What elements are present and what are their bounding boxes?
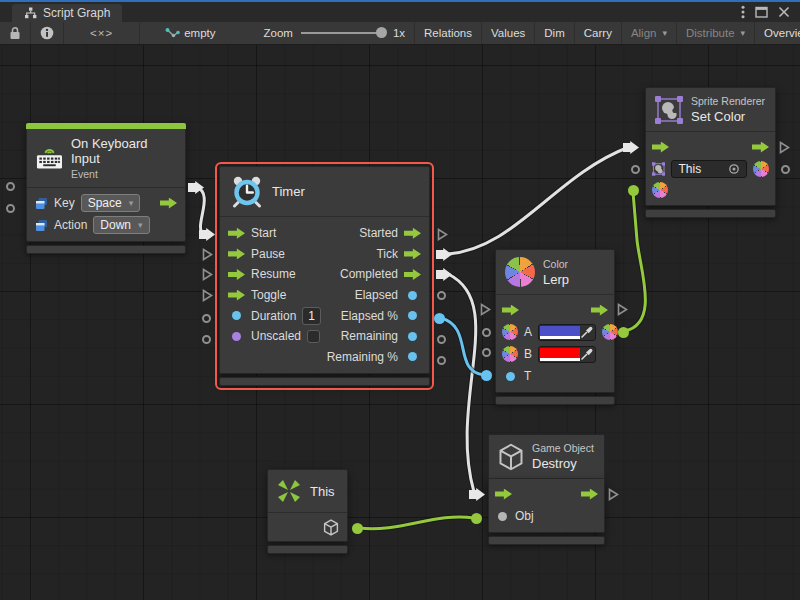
node-on-keyboard-input[interactable]: On Keyboard Input Event Key Space — [26, 123, 186, 254]
eyedropper-icon[interactable] — [580, 348, 594, 361]
node-footer — [645, 209, 776, 218]
color-wheel-icon — [502, 324, 518, 340]
port-setcolor-target-input[interactable] — [631, 165, 640, 174]
unscaled-checkbox[interactable] — [307, 330, 320, 343]
port-timer-elapsed-output[interactable] — [437, 291, 446, 300]
node-this[interactable]: This — [267, 469, 348, 554]
this-icon — [276, 478, 302, 504]
port-label-elapsed: Elapsed — [355, 288, 398, 302]
port-label-completed: Completed — [340, 267, 398, 281]
port-lerp-t-input[interactable] — [481, 370, 492, 381]
port-timer-remaining-output[interactable] — [437, 335, 446, 344]
flow-input-arrow-icon — [228, 248, 245, 259]
flow-input-arrow-icon — [502, 305, 519, 316]
node-category: Color — [543, 258, 569, 270]
align-label: Align — [631, 27, 657, 39]
lock-button[interactable] — [0, 22, 31, 44]
port-lerp-result-output[interactable] — [618, 327, 629, 338]
port-keyboard-key-input[interactable] — [6, 182, 15, 191]
tab-label: Script Graph — [43, 6, 110, 20]
port-label-unscaled: Unscaled — [251, 329, 301, 343]
value-port-icon — [498, 512, 507, 521]
code-preview-button[interactable]: <×> — [64, 22, 140, 44]
port-timer-elapsedpct-output[interactable] — [434, 313, 445, 324]
flow-output-arrow-icon — [404, 248, 421, 259]
dim-label: Dim — [544, 27, 564, 39]
target-object-field[interactable]: This — [671, 160, 747, 178]
relations-button[interactable]: Relations — [414, 22, 482, 44]
cube-icon — [498, 443, 524, 471]
dim-button[interactable]: Dim — [535, 22, 574, 44]
values-button[interactable]: Values — [482, 22, 535, 44]
port-timer-remainingpct-output[interactable] — [437, 356, 446, 365]
node-footer — [267, 545, 348, 554]
port-label-resume: Resume — [251, 267, 296, 281]
zoom-control: Zoom 1x — [254, 22, 414, 44]
flow-input-arrow-icon — [228, 290, 245, 301]
flow-output-arrow-icon — [404, 228, 421, 239]
port-lerp-a-input[interactable] — [482, 328, 491, 337]
port-this-output[interactable] — [352, 523, 363, 534]
carry-button[interactable]: Carry — [575, 22, 622, 44]
port-setcolor-value-output[interactable] — [781, 165, 790, 174]
node-footer — [488, 536, 605, 545]
target-icon[interactable] — [728, 163, 740, 175]
node-set-color[interactable]: Sprite Renderer Set Color — [645, 87, 776, 218]
port-timer-unscaled-input[interactable] — [202, 335, 211, 344]
keyboard-icon — [36, 147, 63, 170]
zoom-slider[interactable] — [301, 32, 385, 34]
sprite-renderer-icon — [655, 96, 683, 124]
port-setcolor-color-input[interactable] — [628, 185, 639, 196]
color-b-field[interactable] — [538, 346, 596, 363]
color-a-swatch[interactable] — [540, 326, 580, 339]
color-wheel-icon — [602, 324, 618, 340]
tab-script-graph[interactable]: Script Graph — [12, 4, 122, 22]
duration-input[interactable]: 1 — [302, 307, 321, 325]
node-color-lerp[interactable]: Color Lerp A — [495, 249, 615, 405]
key-dropdown[interactable]: Space ▾ — [81, 194, 141, 212]
port-lerp-flow-output[interactable] — [617, 303, 628, 316]
value-port-icon — [232, 332, 241, 341]
flow-output-arrow-icon — [404, 269, 421, 280]
maximize-icon[interactable] — [755, 6, 768, 18]
node-destroy[interactable]: Game Object Destroy Obj — [488, 434, 605, 545]
chevron-down-icon: ▾ — [138, 220, 143, 230]
port-setcolor-flow-output[interactable] — [779, 141, 790, 154]
port-label-duration: Duration — [251, 309, 296, 323]
port-timer-started-output[interactable] — [437, 228, 448, 241]
port-label-toggle: Toggle — [251, 288, 286, 302]
port-timer-resume-input[interactable] — [202, 268, 213, 281]
node-title: Lerp — [543, 272, 569, 287]
color-b-swatch[interactable] — [540, 348, 580, 361]
port-destroy-flow-output[interactable] — [608, 488, 619, 501]
align-button[interactable]: Align ▾ — [622, 22, 677, 44]
info-button[interactable] — [31, 22, 64, 44]
color-wheel-icon — [753, 161, 769, 177]
close-icon[interactable] — [778, 6, 790, 18]
node-title: This — [310, 484, 335, 499]
action-dropdown[interactable]: Down ▾ — [93, 216, 149, 234]
eyedropper-icon[interactable] — [580, 326, 594, 339]
zoom-slider-handle[interactable] — [376, 27, 387, 38]
overview-button[interactable]: Overview — [755, 22, 800, 44]
distribute-button[interactable]: Distribute ▾ — [677, 22, 755, 44]
graph-canvas[interactable]: On Keyboard Input Event Key Space — [0, 45, 800, 600]
kebab-menu-icon[interactable] — [741, 5, 745, 19]
node-footer — [495, 396, 615, 405]
port-keyboard-action-input[interactable] — [6, 204, 15, 213]
port-timer-pause-input[interactable] — [202, 248, 213, 261]
port-timer-duration-input[interactable] — [202, 314, 211, 323]
port-timer-toggle-input[interactable] — [202, 289, 213, 302]
flow-input-arrow-icon — [228, 228, 245, 239]
port-lerp-b-input[interactable] — [482, 348, 491, 357]
graph-breadcrumb[interactable]: empty — [156, 22, 224, 44]
alarm-clock-icon — [230, 175, 264, 208]
port-destroy-obj-input[interactable] — [471, 513, 482, 524]
carry-label: Carry — [584, 27, 612, 39]
relations-label: Relations — [424, 27, 472, 39]
key-value: Space — [88, 196, 122, 210]
color-a-field[interactable] — [538, 324, 596, 341]
node-timer[interactable]: Timer Start Pause Resume Toggle Duration… — [219, 166, 430, 386]
value-port-icon — [506, 372, 515, 381]
port-lerp-flow-input[interactable] — [480, 303, 491, 316]
